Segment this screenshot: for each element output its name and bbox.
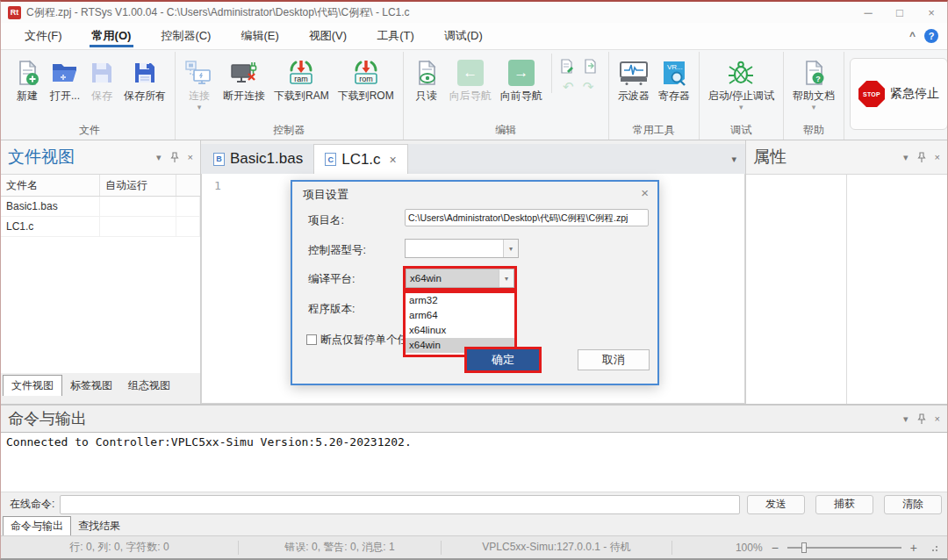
help-icon[interactable]: ? — [924, 29, 938, 43]
editor-tab-lc1[interactable]: C LC1.c × — [313, 144, 408, 174]
panel-close-icon[interactable]: × — [935, 414, 940, 424]
svg-text:?: ? — [815, 75, 821, 83]
menu-edit[interactable]: 编辑(E) — [226, 23, 293, 49]
download-rom-button[interactable]: rom 下载到ROM — [334, 54, 398, 103]
download-ram-button[interactable]: ram 下载到RAM — [270, 54, 333, 103]
pin-icon[interactable] — [917, 413, 926, 425]
tab-close-icon[interactable]: × — [390, 153, 397, 167]
tab-search-results[interactable]: 查找结果 — [71, 517, 127, 535]
tab-config-view[interactable]: 组态视图 — [120, 376, 178, 396]
zoom-slider[interactable] — [787, 547, 901, 549]
ribbon-group-debug: 启动/停止调试 ▾ 调试 — [700, 52, 784, 140]
group-label-file: 文件 — [10, 122, 169, 140]
file-row-basic1[interactable]: Basic1.bas — [1, 197, 200, 217]
zoom-slider-thumb[interactable] — [801, 542, 807, 553]
help-doc-button[interactable]: ? 帮助文档 ▾ — [789, 54, 838, 111]
maximize-icon: □ — [896, 6, 903, 19]
clear-button[interactable]: 清除 — [884, 495, 942, 514]
output-log[interactable]: Connected to Controller:VPLC5xx-Simu Ver… — [1, 432, 947, 492]
tab-file-view[interactable]: 文件视图 — [3, 375, 62, 397]
chevron-down-icon[interactable]: ▾ — [503, 240, 518, 257]
new-button[interactable]: 新建 — [10, 54, 45, 103]
c-file-icon: C — [325, 153, 336, 166]
edit-code-icon[interactable] — [559, 59, 574, 74]
emergency-stop-button[interactable]: STOP 紧急停止 — [850, 58, 948, 130]
start-stop-debug-button[interactable]: 启动/停止调试 ▾ — [705, 54, 778, 111]
menu-view[interactable]: 视图(V) — [294, 23, 362, 49]
send-button[interactable]: 发送 — [747, 495, 805, 514]
save-button[interactable]: 保存 — [85, 54, 118, 103]
ribbon-collapse-icon[interactable]: ^ — [909, 30, 916, 42]
menu-tools[interactable]: 工具(T) — [362, 23, 429, 49]
rom-badge-text: rom — [359, 75, 373, 83]
nav-forward-button[interactable]: → 向前导航 — [497, 54, 546, 103]
registers-button[interactable]: VR... 寄存器 — [655, 54, 693, 103]
maximize-button[interactable]: □ — [884, 2, 916, 23]
zoom-out-icon[interactable]: − — [772, 541, 779, 555]
pin-icon[interactable] — [170, 152, 179, 163]
column-autorun[interactable]: 自动运行 — [100, 175, 176, 196]
oscilloscope-button[interactable]: 示波器 — [614, 54, 653, 103]
registers-icon: VR... — [660, 57, 688, 89]
editor-tab-basic1[interactable]: B Basic1.bas — [203, 144, 313, 174]
menu-debug[interactable]: 调试(D) — [429, 23, 498, 49]
tab-label-view[interactable]: 标签视图 — [62, 376, 120, 396]
online-command-input[interactable] — [60, 495, 740, 514]
option-arm32[interactable]: arm32 — [406, 293, 514, 308]
compile-platform-select[interactable]: x64win ▾ — [406, 269, 514, 288]
menu-controller[interactable]: 控制器(C) — [146, 23, 226, 49]
panel-menu-icon[interactable]: ▾ — [903, 414, 908, 424]
capture-button[interactable]: 捕获 — [815, 495, 873, 514]
goto-line-icon[interactable] — [583, 59, 598, 74]
close-button[interactable]: × — [916, 2, 947, 23]
menu-common[interactable]: 常用(O) — [77, 23, 147, 49]
panel-menu-icon[interactable]: ▾ — [903, 153, 908, 162]
menu-file[interactable]: 文件(F) — [10, 23, 77, 49]
disconnect-button[interactable]: 断开连接 — [219, 54, 269, 103]
option-arm64[interactable]: arm64 — [406, 308, 514, 323]
save-all-button[interactable]: 保存所有 — [120, 54, 169, 103]
nav-back-button[interactable]: ← 向后导航 — [446, 54, 495, 103]
line-number: 1 — [214, 179, 221, 192]
panel-close-icon[interactable]: × — [935, 153, 940, 162]
dialog-close-icon[interactable]: × — [641, 185, 649, 200]
controller-model-select[interactable]: ▾ — [405, 239, 519, 258]
tab-command-output[interactable]: 命令与输出 — [3, 516, 71, 536]
file-row-lc1[interactable]: LC1.c — [1, 217, 200, 237]
dialog-title: 项目设置 — [303, 187, 348, 203]
resize-grip[interactable] — [930, 543, 938, 552]
window-title: C例程.zpj - RTSys V1.00.04 - C:\Users\Admi… — [26, 5, 852, 20]
option-x64linux[interactable]: x64linux — [406, 323, 514, 338]
open-folder-icon — [50, 57, 80, 89]
undo-icon[interactable]: ↶ — [563, 81, 574, 93]
pin-icon[interactable] — [917, 152, 926, 163]
ram-badge-text: ram — [295, 75, 309, 83]
app-logo-icon: Rt — [8, 6, 21, 19]
panel-menu-icon[interactable]: ▾ — [156, 153, 162, 162]
save-all-icon — [132, 57, 158, 89]
new-document-icon — [13, 57, 41, 89]
redo-icon[interactable]: ↷ — [583, 81, 594, 93]
status-bar: 行: 0, 列: 0, 字符数: 0 错误: 0, 警告: 0, 消息: 1 V… — [1, 535, 947, 558]
column-filename[interactable]: 文件名 — [1, 175, 100, 196]
ok-button[interactable]: 确定 — [467, 349, 539, 370]
properties-title: 属性 — [753, 146, 903, 169]
cancel-button[interactable]: 取消 — [578, 349, 650, 370]
breakpoint-checkbox[interactable] — [306, 334, 317, 345]
file-table: 文件名 自动运行 Basic1.bas LC1.c — [1, 174, 200, 373]
panel-close-icon[interactable]: × — [188, 153, 193, 162]
group-label-debug: 调试 — [705, 122, 778, 140]
zoom-in-icon[interactable]: + — [910, 541, 917, 555]
readonly-button[interactable]: 只读 — [409, 54, 444, 103]
connect-button[interactable]: 连接 ▾ — [181, 54, 218, 111]
open-button[interactable]: 打开... — [47, 54, 83, 103]
platform-dropdown-list: arm32 arm64 x64linux x64win — [406, 293, 514, 355]
readonly-icon — [413, 57, 441, 89]
highlight-box-platform: x64win ▾ — [403, 266, 517, 291]
view-tabs: 文件视图 标签视图 组态视图 — [1, 373, 200, 396]
tab-list-dropdown-icon[interactable]: ▾ — [722, 154, 745, 165]
download-ram-icon: ram — [284, 57, 318, 89]
project-name-input[interactable]: C:\Users\Administrator\Desktop\代码\C例程\C例… — [405, 209, 649, 226]
chevron-down-icon[interactable]: ▾ — [499, 269, 514, 287]
minimize-button[interactable]: ─ — [852, 2, 884, 23]
